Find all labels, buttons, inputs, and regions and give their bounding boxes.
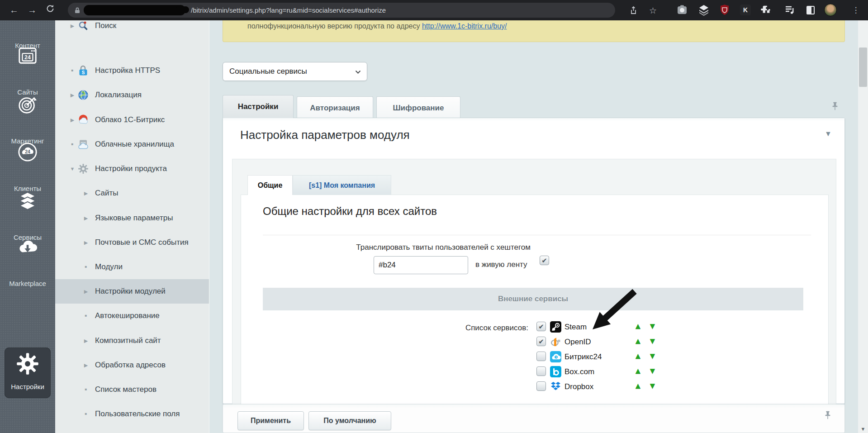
- move-up-icon[interactable]: ▲: [634, 366, 642, 376]
- extension-playlist-icon[interactable]: [783, 4, 796, 16]
- menu-item-mail-sms-events[interactable]: ▶ Почтовые и СМС события: [55, 230, 209, 255]
- tweet-checkbox[interactable]: ✔: [540, 256, 549, 265]
- bookmark-star-icon[interactable]: ☆: [649, 5, 657, 16]
- settings-menu: ▶ Поиск ■ S Настройка HTTPS ▶ Локализаци…: [55, 20, 209, 433]
- address-bar[interactable]: /bitrix/admin/settings.php?lang=ru&mid=s…: [68, 3, 615, 18]
- menu-item-search[interactable]: ▶ Поиск: [55, 20, 209, 38]
- menu-item-captcha[interactable]: ■ CAPTCHA: [55, 426, 209, 433]
- menu-item-cloud-storage[interactable]: ■ Облачные хранилища: [55, 132, 209, 157]
- openid-checkbox[interactable]: ✔: [536, 337, 546, 346]
- inner-tab-company[interactable]: [s1] Моя компания: [293, 175, 391, 195]
- back-icon[interactable]: ←: [8, 4, 20, 16]
- expand-arrow-icon[interactable]: ▶: [69, 20, 76, 38]
- steam-icon: [550, 321, 561, 333]
- expand-arrow-icon[interactable]: ▶: [82, 353, 90, 377]
- dropbox-checkbox[interactable]: [536, 381, 546, 391]
- menu-item-language-params[interactable]: ▶ Языковые параметры: [55, 206, 209, 230]
- box-checkbox[interactable]: [536, 366, 546, 376]
- marketing-target-icon: [17, 94, 38, 116]
- move-up-icon[interactable]: ▲: [634, 336, 642, 346]
- move-down-icon[interactable]: ▼: [648, 366, 657, 376]
- rail-item-sites[interactable]: 24 Сайты: [0, 45, 55, 100]
- buy-link[interactable]: http://www.1c-bitrix.ru/buy/: [422, 22, 507, 30]
- menu-item-autocache[interactable]: ■ Автокеширование: [55, 304, 209, 328]
- page-scrollbar[interactable]: ▼: [858, 20, 868, 433]
- annotation-arrow-cursor: [587, 288, 639, 335]
- extension-panel-icon[interactable]: [804, 4, 817, 16]
- move-down-icon[interactable]: ▼: [648, 336, 657, 346]
- move-down-icon[interactable]: ▼: [648, 351, 657, 361]
- menu-item-user-fields[interactable]: ■ Пользовательские поля: [55, 402, 209, 426]
- rail-item-settings[interactable]: Настройки: [5, 347, 51, 398]
- apply-button[interactable]: Применить: [237, 411, 304, 430]
- trial-notice: полнофункциональную версию продукта по а…: [223, 20, 845, 42]
- collapse-arrow-icon[interactable]: ▼: [69, 157, 76, 181]
- profile-avatar[interactable]: [824, 4, 837, 16]
- pin-icon[interactable]: [823, 410, 833, 423]
- defaults-button[interactable]: По умолчанию: [308, 411, 391, 430]
- move-up-icon[interactable]: ▲: [634, 351, 642, 361]
- rail-item-marketplace[interactable]: Marketplace: [0, 237, 55, 291]
- expand-arrow-icon[interactable]: ▶: [82, 206, 90, 230]
- expand-arrow-icon[interactable]: ▶: [69, 108, 76, 132]
- bullet-icon: ■: [82, 402, 90, 426]
- dropbox-icon: [550, 381, 561, 392]
- extension-k-icon[interactable]: K: [739, 4, 752, 16]
- hashtag-input[interactable]: [374, 256, 468, 274]
- bullet-icon: ■: [69, 58, 76, 83]
- divider: [263, 235, 811, 235]
- menu-item-composite-site[interactable]: ▶ Композитный сайт: [55, 328, 209, 353]
- module-select[interactable]: Социальные сервисы: [223, 62, 367, 81]
- browser-menu-icon[interactable]: ⋮: [849, 4, 862, 16]
- box-icon: [550, 366, 561, 377]
- bitrix24-checkbox[interactable]: [536, 352, 546, 361]
- marketplace-download-cloud-icon: [17, 237, 38, 259]
- scrollbar-down-icon[interactable]: ▼: [858, 426, 868, 432]
- extensions-puzzle-icon[interactable]: [760, 4, 773, 16]
- bullet-icon: ■: [82, 255, 90, 279]
- menu-item-localization[interactable]: ▶ Локализация: [55, 83, 209, 107]
- bullet-icon: ■: [82, 304, 90, 328]
- share-icon[interactable]: [629, 6, 638, 17]
- extension-camera-icon[interactable]: [676, 4, 688, 16]
- panel-collapse-icon[interactable]: ▼: [825, 130, 832, 138]
- tab-encryption[interactable]: Шифрование: [376, 96, 460, 118]
- pin-icon[interactable]: [830, 101, 840, 114]
- move-up-icon[interactable]: ▲: [634, 381, 642, 391]
- extension-ublock-icon[interactable]: [718, 4, 731, 16]
- expand-arrow-icon[interactable]: ▶: [82, 328, 90, 353]
- menu-item-cloud-1c[interactable]: ▶ Облако 1С-Битрикс: [55, 108, 209, 132]
- browser-chrome: ← → /bitrix/admin/settings.php?lang=ru&m…: [0, 0, 868, 20]
- menu-item-url-processing[interactable]: ▶ Обработка адресов: [55, 353, 209, 377]
- menu-item-modules[interactable]: ■ Модули: [55, 255, 209, 279]
- action-bar: Применить По умолчанию: [223, 404, 845, 433]
- chevron-down-icon: [355, 70, 361, 74]
- tweet-label: Транслировать твиты пользователей с хешт…: [263, 243, 531, 252]
- expand-arrow-icon[interactable]: ▶: [82, 230, 90, 255]
- tab-settings[interactable]: Настройки: [223, 95, 294, 118]
- forward-icon[interactable]: →: [26, 4, 38, 16]
- menu-item-sites[interactable]: ▶ Сайты: [55, 181, 209, 205]
- bullet-icon: ■: [69, 132, 76, 157]
- extension-layers-icon[interactable]: [697, 4, 710, 16]
- svg-text:S: S: [82, 70, 85, 75]
- services-layers-icon: [17, 190, 38, 213]
- rail-item-clients[interactable]: 24 Клиенты: [0, 142, 55, 196]
- menu-item-wizard-list[interactable]: ■ Список мастеров: [55, 377, 209, 402]
- steam-checkbox[interactable]: ✔: [536, 322, 546, 331]
- expand-arrow-icon[interactable]: ▶: [82, 279, 90, 304]
- service-row-openid: ✔ OpenID ▲ ▼: [536, 335, 717, 350]
- expand-arrow-icon[interactable]: ▶: [69, 83, 76, 107]
- menu-item-product-settings[interactable]: ▼ Настройки продукта: [55, 157, 209, 181]
- expand-arrow-icon[interactable]: ▶: [82, 181, 90, 205]
- menu-item-https[interactable]: ■ S Настройка HTTPS: [55, 58, 209, 83]
- inner-tab-general[interactable]: Общие: [247, 175, 293, 195]
- tab-authorization[interactable]: Авторизация: [297, 96, 373, 118]
- menu-item-module-settings[interactable]: ▶ Настройки модулей: [55, 279, 209, 304]
- move-down-icon[interactable]: ▼: [648, 321, 657, 331]
- scrollbar-thumb[interactable]: [859, 48, 867, 87]
- move-down-icon[interactable]: ▼: [648, 381, 657, 391]
- cloud-storage-icon: [78, 139, 89, 150]
- rail-item-marketing[interactable]: Маркетинг: [0, 94, 55, 148]
- reload-icon[interactable]: [44, 4, 56, 16]
